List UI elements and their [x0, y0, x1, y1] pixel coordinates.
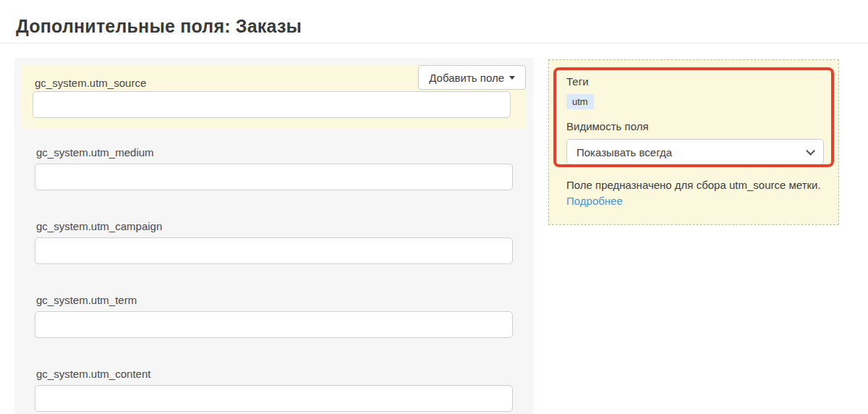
- field-input-utm-campaign[interactable]: [35, 237, 513, 264]
- field-input-utm-term[interactable]: [35, 311, 513, 338]
- page-title: Дополнительные поля: Заказы: [16, 16, 302, 37]
- highlighted-field-block: gc_system.utm_source Добавить поле: [22, 65, 526, 129]
- field-group-utm-campaign: gc_system.utm_campaign: [35, 220, 511, 264]
- add-field-button[interactable]: Добавить поле: [418, 65, 526, 90]
- field-group-utm-medium: gc_system.utm_medium: [35, 146, 511, 190]
- add-field-button-label: Добавить поле: [429, 72, 504, 84]
- title-divider: [0, 43, 868, 43]
- field-label-utm-content: gc_system.utm_content: [36, 368, 511, 380]
- field-label-utm-source: gc_system.utm_source: [35, 77, 146, 89]
- tags-label: Теги: [566, 75, 821, 88]
- field-visibility-select[interactable]: Показывать всегда: [566, 139, 824, 165]
- field-settings-panel: Теги utm Видимость поля Показывать всегд…: [548, 59, 839, 225]
- field-label-utm-campaign: gc_system.utm_campaign: [36, 220, 511, 232]
- field-label-utm-term: gc_system.utm_term: [36, 294, 511, 306]
- field-group-utm-content: gc_system.utm_content: [35, 368, 511, 412]
- field-input-utm-source[interactable]: [33, 91, 511, 118]
- field-group-utm-term: gc_system.utm_term: [35, 294, 511, 338]
- field-visibility-selected-value: Показывать всегда: [576, 146, 672, 159]
- caret-down-icon: [509, 76, 515, 80]
- field-description: Поле предназначено для сбора utm_source …: [566, 179, 821, 191]
- fields-list-panel: gc_system.utm_source Добавить поле gc_sy…: [14, 58, 533, 414]
- chevron-down-icon: [806, 146, 815, 156]
- details-link[interactable]: Подробнее: [566, 195, 623, 207]
- field-input-utm-content[interactable]: [35, 385, 513, 412]
- field-visibility-label: Видимость поля: [566, 120, 821, 132]
- field-input-utm-medium[interactable]: [35, 164, 513, 190]
- tag-badge-utm: utm: [566, 94, 594, 109]
- page: Дополнительные поля: Заказы gc_system.ut…: [0, 0, 868, 414]
- field-label-utm-medium: gc_system.utm_medium: [36, 146, 511, 159]
